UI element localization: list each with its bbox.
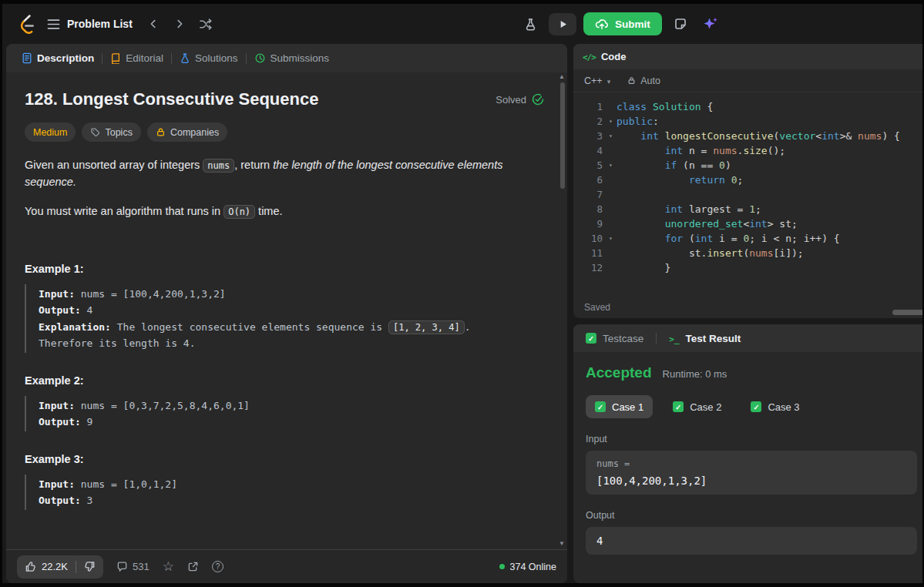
testcase-checkbox-icon: ✓ [586, 333, 596, 344]
fold-caret-icon[interactable]: ▾ [603, 162, 617, 169]
example-3-heading: Example 3: [25, 453, 544, 465]
testcase-tab-label: Testcase [603, 333, 643, 344]
chevron-down-icon [607, 75, 611, 86]
code-line[interactable]: 11 st.insert(nums[i]); [573, 246, 922, 260]
horizontal-scrollbar-thumb[interactable] [892, 310, 922, 315]
scrollbar-down-arrow[interactable]: ▼ [559, 540, 565, 547]
inline-code-nums: nums [203, 159, 234, 173]
app-window: Problem List [2, 4, 922, 583]
code-panel: Code C++ Au [573, 44, 922, 318]
problem-list-button[interactable]: Problem List [42, 18, 139, 30]
run-button[interactable] [549, 13, 576, 35]
tab-solutions-label: Solutions [195, 52, 238, 64]
chat-bubble-icon [116, 561, 128, 572]
shuffle-button[interactable] [194, 12, 217, 35]
difficulty-badge[interactable]: Medium [25, 122, 76, 142]
line-number: 10 [573, 233, 603, 244]
example-2-heading: Example 2: [25, 374, 544, 387]
code-line[interactable]: 6 return 0; [573, 173, 922, 187]
play-icon [558, 19, 568, 29]
inline-code-sequence: [1, 2, 3, 4] [388, 320, 465, 334]
fold-caret-icon[interactable]: ▾ [603, 118, 617, 125]
code-line[interactable]: 3▾ int longestConsecutive(vector<int>& n… [573, 129, 922, 143]
case-tab[interactable]: ✓Case 1 [586, 395, 653, 418]
notes-button[interactable] [669, 12, 692, 35]
ai-assistant-button[interactable] [699, 12, 722, 35]
scrollbar-up-arrow[interactable]: ▲ [559, 73, 565, 80]
test-result-tab-label: Test Result [686, 333, 741, 344]
problem-title: 128. Longest Consecutive Sequence [25, 89, 318, 109]
solved-indicator: Solved [496, 93, 544, 106]
tab-editorial[interactable]: Editorial [102, 52, 171, 64]
code-editor[interactable]: 1class Solution {2▾public:3▾ int longest… [573, 92, 922, 297]
language-value: C++ [584, 75, 603, 86]
input-value: [100,4,200,1,3,2] [596, 475, 906, 487]
problem-statement: Given an unsorted array of integers nums… [25, 156, 544, 191]
code-line[interactable]: 4 int n = nums.size(); [573, 143, 922, 158]
check-icon: ✓ [673, 401, 684, 412]
code-line[interactable]: 5▾ if (n == 0) [573, 158, 922, 173]
chevron-left-icon [148, 18, 159, 29]
code-line[interactable]: 10▾ for (int i = 0; i < n; i++) { [573, 231, 922, 246]
scrollbar-thumb[interactable] [560, 82, 565, 189]
problem-list-label: Problem List [67, 18, 133, 30]
test-result-body: Accepted Runtime: 0 ms ✓Case 1✓Case 2✓Ca… [573, 352, 922, 583]
tab-solutions[interactable]: Solutions [172, 52, 246, 64]
dislike-button[interactable] [76, 555, 103, 579]
case-tab[interactable]: ✓Case 2 [664, 395, 731, 418]
tab-description[interactable]: Description [14, 52, 102, 64]
tab-submissions[interactable]: Submissions [247, 52, 338, 64]
code-line[interactable]: 7 [573, 187, 922, 202]
online-indicator: 374 Online [499, 562, 556, 572]
code-line[interactable]: 2▾public: [573, 114, 922, 129]
submit-button[interactable]: Submit [583, 12, 662, 35]
code-brackets-icon [583, 51, 596, 62]
code-editor-lines: 1class Solution {2▾public:3▾ int longest… [573, 99, 922, 275]
description-footer: 22.2K [6, 549, 567, 583]
output-label: Output [586, 510, 917, 521]
check-circle-icon [532, 93, 544, 106]
tab-code[interactable]: Code [583, 51, 626, 62]
language-select[interactable]: C++ [584, 75, 610, 86]
like-button[interactable]: 22.2K [17, 555, 76, 579]
example-1-block: Input: nums = [100,4,200,1,3,2] Output: … [25, 284, 502, 353]
favorite-button[interactable]: ☆ [163, 560, 174, 573]
fold-caret-icon[interactable]: ▾ [603, 235, 617, 242]
share-button[interactable] [187, 561, 199, 572]
leetcode-logo-icon [17, 14, 35, 34]
prev-problem-button[interactable] [142, 12, 165, 35]
next-problem-button[interactable] [168, 12, 191, 35]
like-group: 22.2K [17, 555, 103, 579]
topbar: Problem List [2, 4, 922, 44]
leetcode-logo[interactable] [13, 11, 39, 37]
code-toolbar: C++ Auto [573, 69, 922, 92]
debug-button[interactable] [519, 12, 542, 35]
tab-test-result[interactable]: Test Result [666, 333, 744, 344]
line-number: 5 [573, 159, 603, 171]
saved-label: Saved [584, 302, 610, 313]
comments-button[interactable]: 531 [116, 561, 150, 572]
sparkle-icon [703, 17, 718, 31]
check-icon: ✓ [595, 401, 606, 412]
companies-badge[interactable]: Companies [147, 122, 227, 142]
comments-count: 531 [133, 561, 150, 572]
editorial-book-icon [110, 52, 121, 64]
fold-caret-icon[interactable]: ▾ [603, 132, 617, 139]
tab-testcase[interactable]: ✓ Testcase [583, 333, 647, 344]
help-button[interactable]: ? [212, 561, 223, 572]
description-doc-icon [22, 52, 32, 64]
topics-badge[interactable]: Topics [82, 122, 140, 142]
input-box[interactable]: nums = [100,4,200,1,3,2] [586, 451, 917, 495]
code-line[interactable]: 9 unordered_set<int> st; [573, 216, 922, 231]
code-line[interactable]: 12 } [573, 260, 922, 275]
output-box[interactable]: 4 [586, 527, 917, 555]
auto-toggle[interactable]: Auto [627, 75, 660, 86]
code-text: public: [617, 116, 659, 127]
code-panel-header: Code [573, 44, 922, 69]
tab-separator [656, 333, 657, 344]
code-line[interactable]: 8 int largest = 1; [573, 202, 922, 216]
code-line[interactable]: 1class Solution { [573, 99, 922, 114]
status-accepted: Accepted [586, 364, 652, 381]
notes-icon [674, 17, 687, 31]
case-tab[interactable]: ✓Case 3 [741, 395, 808, 418]
